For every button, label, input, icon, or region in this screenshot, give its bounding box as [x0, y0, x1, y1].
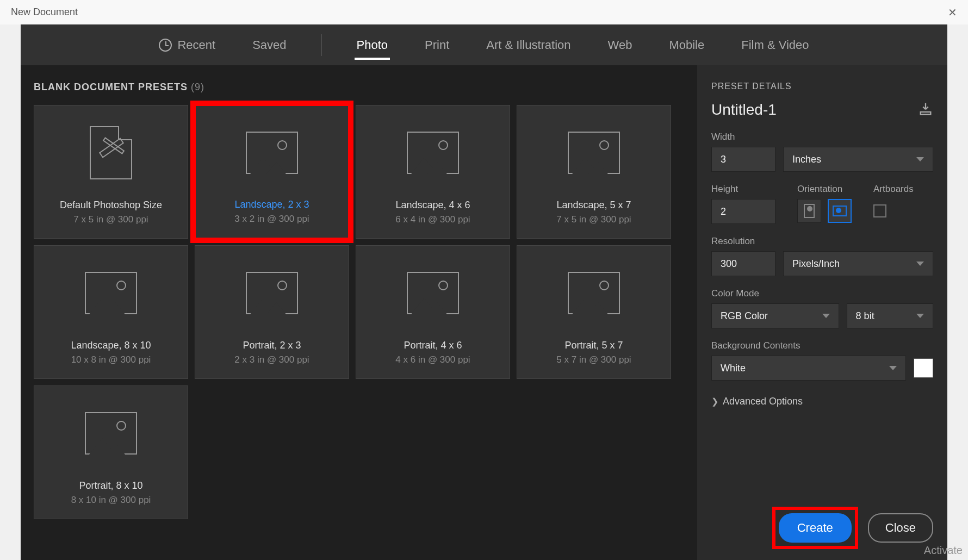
preset-subtitle: 3 x 2 in @ 300 ppi	[234, 214, 309, 225]
details-header: PRESET DETAILS	[711, 82, 933, 91]
chevron-down-icon	[916, 157, 924, 161]
new-document-dialog: Recent Saved Photo Print Art & Illustrat…	[21, 24, 947, 560]
tab-mobile-label: Mobile	[669, 38, 704, 52]
window-close-icon[interactable]: ✕	[948, 6, 957, 19]
preset-card[interactable]: Landscape, 4 x 66 x 4 in @ 300 ppi	[356, 105, 510, 239]
preset-card[interactable]: Default Photoshop Size7 x 5 in @ 300 ppi	[34, 105, 188, 239]
preset-title: Portrait, 8 x 10	[79, 480, 142, 491]
tab-film-label: Film & Video	[741, 38, 809, 52]
preset-subtitle: 6 x 4 in @ 300 ppi	[395, 214, 470, 225]
chevron-down-icon	[822, 314, 830, 318]
preset-title: Portrait, 5 x 7	[564, 340, 623, 351]
preset-subtitle: 2 x 3 in @ 300 ppi	[234, 354, 309, 365]
background-select[interactable]: White	[711, 356, 906, 381]
create-highlight: Create	[772, 507, 858, 549]
preset-title: Landscape, 5 x 7	[556, 200, 631, 211]
preset-details-panel: PRESET DETAILS Untitled-1 Width 3 Inches…	[697, 65, 947, 560]
advanced-options-toggle[interactable]: ❯ Advanced Options	[711, 396, 933, 407]
artboards-checkbox[interactable]	[873, 204, 886, 217]
tab-art[interactable]: Art & Illustration	[484, 27, 573, 63]
preset-card[interactable]: Landscape, 8 x 1010 x 8 in @ 300 ppi	[34, 245, 188, 379]
preset-icon-wrap	[246, 246, 298, 340]
presets-panel: BLANK DOCUMENT PRESETS (9) Default Photo…	[21, 65, 697, 560]
close-button[interactable]: Close	[868, 513, 933, 543]
background-label: Background Contents	[711, 340, 933, 351]
window-titlebar: New Document ✕	[0, 0, 968, 24]
image-icon	[568, 132, 620, 174]
preset-grid: Default Photoshop Size7 x 5 in @ 300 ppi…	[34, 105, 684, 519]
tab-film[interactable]: Film & Video	[739, 27, 811, 63]
image-icon	[568, 272, 620, 314]
document-icon	[90, 126, 132, 179]
color-mode-value: RGB Color	[721, 310, 768, 322]
document-name[interactable]: Untitled-1	[711, 101, 777, 119]
orientation-landscape-button[interactable]	[828, 199, 852, 223]
preset-card[interactable]: Landscape, 2 x 33 x 2 in @ 300 ppi	[195, 105, 349, 239]
preset-subtitle: 8 x 10 in @ 300 ppi	[71, 495, 151, 506]
chevron-down-icon	[916, 314, 924, 318]
preset-card[interactable]: Portrait, 5 x 75 x 7 in @ 300 ppi	[517, 245, 671, 379]
chevron-right-icon: ❯	[711, 396, 718, 407]
image-icon	[85, 412, 137, 455]
preset-title: Default Photoshop Size	[60, 200, 162, 211]
resolution-unit-select[interactable]: Pixels/Inch	[783, 251, 933, 276]
tab-recent[interactable]: Recent	[157, 27, 218, 63]
resolution-input[interactable]: 300	[711, 251, 775, 276]
create-button[interactable]: Create	[779, 513, 852, 543]
preset-title: Portrait, 2 x 3	[243, 340, 301, 351]
preset-subtitle: 7 x 5 in @ 300 ppi	[73, 214, 148, 225]
tab-art-label: Art & Illustration	[486, 38, 570, 52]
image-icon	[85, 272, 137, 314]
background-color-swatch[interactable]	[914, 358, 933, 378]
presets-count: (9)	[191, 82, 204, 92]
dialog-footer: Create Close	[711, 491, 933, 549]
save-preset-icon[interactable]	[918, 101, 933, 119]
width-value: 3	[721, 154, 726, 165]
preset-icon-wrap	[407, 105, 459, 200]
bit-depth-select[interactable]: 8 bit	[847, 303, 933, 328]
height-input[interactable]: 2	[711, 199, 775, 224]
image-icon	[407, 132, 459, 174]
preset-title: Landscape, 2 x 3	[234, 199, 309, 210]
preset-icon-wrap	[246, 106, 298, 199]
portrait-icon	[804, 204, 815, 218]
tab-photo[interactable]: Photo	[355, 27, 390, 63]
preset-subtitle: 5 x 7 in @ 300 ppi	[556, 354, 631, 365]
preset-card[interactable]: Portrait, 2 x 32 x 3 in @ 300 ppi	[195, 245, 349, 379]
tab-divider	[321, 34, 322, 56]
height-value: 2	[721, 206, 726, 217]
width-unit-select[interactable]: Inches	[783, 147, 933, 172]
resolution-unit-value: Pixels/Inch	[792, 258, 840, 270]
tab-web[interactable]: Web	[606, 27, 635, 63]
preset-title: Landscape, 8 x 10	[71, 340, 151, 351]
resolution-value: 300	[721, 258, 737, 270]
preset-icon-wrap	[85, 386, 137, 480]
resolution-label: Resolution	[711, 236, 933, 247]
chevron-down-icon	[889, 366, 897, 370]
tab-saved[interactable]: Saved	[250, 27, 288, 63]
preset-title: Landscape, 4 x 6	[395, 200, 470, 211]
dialog-body: BLANK DOCUMENT PRESETS (9) Default Photo…	[21, 65, 947, 560]
tab-print-label: Print	[425, 38, 449, 52]
tab-mobile[interactable]: Mobile	[667, 27, 706, 63]
tab-photo-label: Photo	[357, 38, 388, 52]
width-input[interactable]: 3	[711, 147, 775, 172]
orientation-portrait-button[interactable]	[797, 199, 821, 223]
preset-card[interactable]: Landscape, 5 x 77 x 5 in @ 300 ppi	[517, 105, 671, 239]
presets-header-text: BLANK DOCUMENT PRESETS	[34, 82, 188, 92]
artboards-label: Artboards	[873, 184, 914, 195]
landscape-icon	[833, 206, 847, 216]
preset-icon-wrap	[407, 246, 459, 340]
color-mode-select[interactable]: RGB Color	[711, 303, 839, 328]
width-unit-value: Inches	[792, 154, 821, 165]
preset-card[interactable]: Portrait, 4 x 64 x 6 in @ 300 ppi	[356, 245, 510, 379]
image-icon	[246, 132, 298, 174]
preset-subtitle: 10 x 8 in @ 300 ppi	[71, 354, 151, 365]
preset-card[interactable]: Portrait, 8 x 108 x 10 in @ 300 ppi	[34, 385, 188, 519]
preset-icon-wrap	[568, 105, 620, 200]
preset-icon-wrap	[85, 246, 137, 340]
color-mode-label: Color Mode	[711, 288, 933, 299]
width-label: Width	[711, 132, 933, 142]
tab-print[interactable]: Print	[423, 27, 451, 63]
image-icon	[407, 272, 459, 314]
